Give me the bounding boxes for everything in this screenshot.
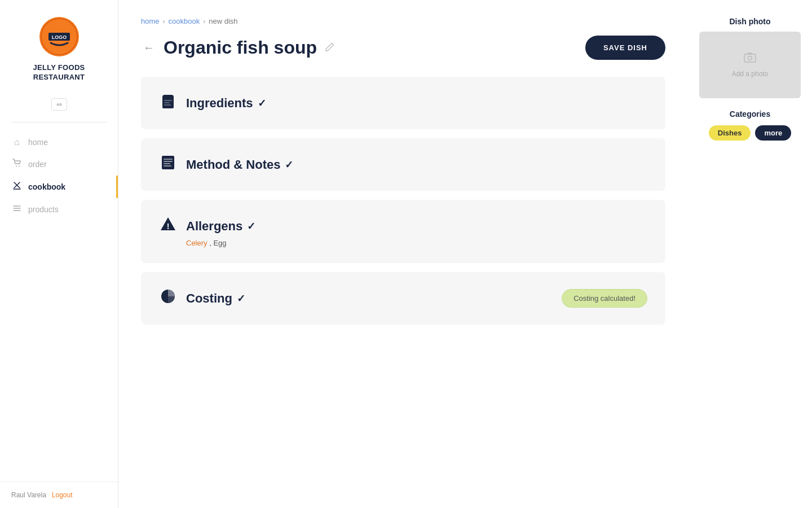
categories-area: Categories Dishes more	[699, 110, 801, 141]
breadcrumb-sep-2: ›	[203, 17, 205, 25]
svg-rect-22	[744, 54, 756, 62]
svg-rect-18	[164, 165, 171, 167]
section-costing[interactable]: Costing ✓ Costing calculated!	[141, 272, 665, 325]
allergens-check: ✓	[247, 220, 255, 233]
costing-icon	[159, 288, 177, 309]
page-title-area: ← Organic fish soup	[141, 37, 336, 58]
main-content: home › cookbook › new dish ← Organic fis…	[118, 0, 688, 508]
sidebar-item-order[interactable]: order	[0, 153, 118, 176]
costing-calculated-badge: Costing calculated!	[562, 289, 647, 308]
section-method-header: Method & Notes ✓	[159, 154, 293, 175]
svg-point-23	[748, 56, 752, 60]
allergen-celery: Celery	[186, 239, 208, 247]
costing-check: ✓	[237, 292, 245, 305]
method-check: ✓	[285, 159, 293, 171]
section-method-title: Method & Notes ✓	[186, 157, 293, 172]
sidebar-item-home[interactable]: ⌂ home	[0, 132, 118, 153]
svg-rect-15	[164, 159, 173, 160]
sidebar-toggle-area: ⇔	[0, 98, 118, 111]
user-name: Raul Varela	[11, 491, 46, 499]
breadcrumb-cookbook[interactable]: cookbook	[169, 17, 200, 25]
breadcrumb-home[interactable]: home	[141, 17, 160, 25]
edit-title-button[interactable]	[324, 42, 336, 54]
sidebar-divider	[11, 122, 107, 122]
svg-rect-11	[164, 100, 172, 101]
dish-photo-area: Dish photo Add a photo	[699, 17, 801, 98]
back-button[interactable]: ←	[141, 41, 157, 54]
page-title: Organic fish soup	[164, 37, 317, 58]
allergens-sub: Celery , Egg	[186, 239, 227, 247]
section-allergens-title: Allergens ✓	[186, 219, 255, 234]
section-ingredients-title: Ingredients ✓	[186, 96, 266, 111]
section-costing-title: Costing ✓	[186, 291, 245, 306]
svg-rect-13	[164, 104, 171, 106]
logo-circle: LOGO	[39, 17, 79, 56]
svg-text:LOGO: LOGO	[51, 34, 67, 40]
order-icon	[11, 159, 23, 170]
section-method-notes[interactable]: Method & Notes ✓	[141, 138, 665, 191]
sidebar-item-cookbook-label: cookbook	[28, 182, 65, 191]
logo-area: LOGO JELLY FOODSRESTAURANT	[0, 0, 118, 94]
sidebar-footer: Raul Varela Logout	[0, 481, 118, 508]
sidebar-toggle-btn[interactable]: ⇔	[51, 98, 67, 111]
add-photo-icon	[744, 52, 756, 67]
restaurant-name: JELLY FOODSRESTAURANT	[33, 63, 85, 82]
add-photo-text: Add a photo	[732, 70, 769, 78]
sidebar-nav: ⌂ home order cookbook	[0, 132, 118, 481]
sections-area: Ingredients ✓ Method & Note	[141, 77, 665, 485]
method-icon	[159, 154, 177, 175]
sidebar-item-products-label: products	[28, 205, 59, 214]
svg-text:!: !	[167, 222, 170, 231]
section-allergens[interactable]: ! Allergens ✓ Celery , Egg	[141, 200, 665, 263]
section-ingredients-header: Ingredients ✓	[159, 93, 266, 113]
section-costing-header: Costing ✓	[159, 288, 245, 309]
sidebar-item-products[interactable]: products	[0, 198, 118, 221]
section-costing-row: Costing ✓ Costing calculated!	[159, 288, 647, 309]
category-tag-more[interactable]: more	[755, 125, 791, 141]
categories-tags: Dishes more	[699, 125, 801, 141]
svg-rect-12	[164, 102, 170, 103]
save-dish-button[interactable]: SAVE DISH	[585, 36, 665, 60]
sidebar: LOGO JELLY FOODSRESTAURANT ⇔ ⌂ home orde…	[0, 0, 118, 508]
products-icon	[11, 204, 23, 215]
svg-rect-17	[164, 163, 170, 164]
section-ingredients[interactable]: Ingredients ✓	[141, 77, 665, 129]
right-panel: Dish photo Add a photo Categories Dishes…	[688, 0, 812, 508]
allergens-icon: !	[159, 216, 177, 237]
ingredients-icon	[159, 93, 177, 113]
breadcrumb-sep-1: ›	[163, 17, 165, 25]
breadcrumb-current: new dish	[209, 17, 237, 25]
dish-photo-label: Dish photo	[699, 17, 801, 26]
category-tag-dishes[interactable]: Dishes	[709, 125, 751, 141]
sidebar-item-order-label: order	[28, 160, 47, 169]
add-photo-button[interactable]: Add a photo	[699, 32, 801, 98]
svg-point-3	[16, 165, 17, 167]
sidebar-item-cookbook[interactable]: cookbook	[0, 176, 118, 198]
page-header: ← Organic fish soup SAVE DISH	[141, 36, 665, 60]
svg-rect-16	[164, 161, 173, 162]
breadcrumb: home › cookbook › new dish	[141, 17, 665, 25]
section-allergens-header: ! Allergens ✓	[159, 216, 255, 237]
svg-point-4	[19, 165, 20, 167]
sidebar-item-home-label: home	[28, 138, 48, 147]
cookbook-icon	[11, 181, 23, 192]
categories-label: Categories	[699, 110, 801, 119]
home-icon: ⌂	[11, 137, 23, 147]
svg-rect-14	[162, 156, 174, 169]
ingredients-check: ✓	[258, 97, 266, 110]
logout-link[interactable]: Logout	[52, 491, 73, 499]
allergen-egg: , Egg	[209, 239, 226, 247]
